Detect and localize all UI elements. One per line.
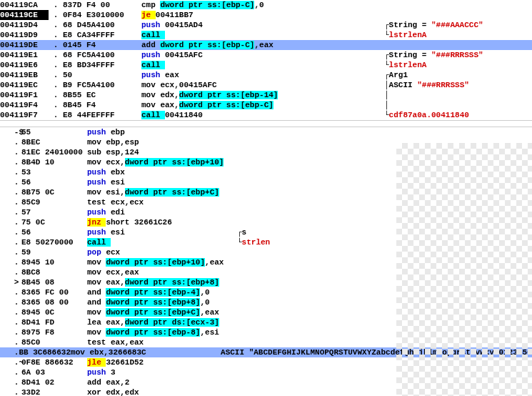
- marker: .: [0, 287, 21, 297]
- marker: .: [0, 377, 21, 387]
- hex-bytes: BB 3C686632: [19, 347, 71, 357]
- disasm-row[interactable]: 004119CE.0F84 E3010000je 00411BB7: [0, 10, 532, 20]
- marker: .: [0, 367, 21, 377]
- marker: .: [0, 347, 19, 357]
- disasm-row[interactable]: 004119E6.E8 BD34FFFFcall └lstrlenA: [0, 60, 532, 70]
- marker: .: [0, 147, 21, 157]
- marker: .~: [0, 357, 21, 367]
- marker: .: [49, 0, 63, 10]
- marker: .: [0, 227, 21, 237]
- disasm-row[interactable]: -$55push ebp: [0, 127, 532, 137]
- marker: .: [49, 110, 63, 120]
- disassembly: sub esp,124: [87, 147, 237, 157]
- marker: .: [0, 337, 21, 347]
- disasm-row[interactable]: 004119E1.68 FC5A4100push 00415AFC┌String…: [0, 50, 532, 60]
- disasm-row[interactable]: 004119F7.E8 44FEFFFFcall 00411840└cdf87a…: [0, 110, 532, 120]
- hex-bytes: B9 FC5A4100: [63, 80, 141, 90]
- disasm-row[interactable]: 004119EB.50push eax┌Arg1: [0, 70, 532, 80]
- hex-bytes: 59: [21, 247, 87, 257]
- hex-bytes: 0F8E 886632: [21, 357, 87, 367]
- disasm-row[interactable]: 004119F1.8B55 ECmov edx,dword ptr ss:[eb…: [0, 90, 532, 100]
- hex-bytes: 8B45 F4: [63, 100, 141, 110]
- disassembly: push edi: [87, 207, 237, 217]
- marker: .: [0, 237, 21, 247]
- disasm-row[interactable]: 004119F4.8B45 F4mov eax,dword ptr ss:[eb…: [0, 100, 532, 110]
- marker: .: [0, 257, 21, 267]
- hex-bytes: E8 44FEFFFF: [63, 110, 141, 120]
- hex-bytes: 0F84 E3010000: [63, 10, 141, 20]
- disassembly: pop ecx: [87, 247, 237, 257]
- hex-bytes: 8D41 02: [21, 377, 87, 387]
- hex-bytes: 56: [21, 177, 87, 187]
- disassembly: mov eax,dword ptr ss:[ebp-C]: [141, 100, 384, 110]
- marker: .: [0, 197, 21, 207]
- disassembly: call: [141, 30, 384, 40]
- address: 004119F7: [0, 110, 49, 120]
- disassembly: push 00415AFC: [141, 50, 384, 60]
- disasm-row[interactable]: 004119CA.837D F4 00cmp dword ptr ss:[ebp…: [0, 0, 532, 10]
- disasm-row[interactable]: 004119D4.68 D45A4100push 00415AD4┌String…: [0, 20, 532, 30]
- hex-bytes: 8D41 FD: [21, 317, 87, 327]
- marker: .: [0, 217, 21, 227]
- hex-bytes: E8 50270000: [21, 237, 87, 247]
- hex-bytes: 55: [21, 127, 87, 137]
- disassembly: mov ecx,00415AFC: [141, 80, 384, 90]
- marker: .: [49, 100, 63, 110]
- marker: >: [0, 277, 21, 287]
- marker: .: [0, 207, 21, 217]
- hex-bytes: 81EC 24010000: [21, 147, 87, 157]
- marker: .: [49, 60, 63, 70]
- disassembly: jnz short 32661C26: [87, 217, 237, 227]
- marker: .: [0, 137, 21, 147]
- marker: .: [49, 30, 63, 40]
- transparency-checker: [396, 143, 532, 396]
- marker: .: [0, 267, 21, 277]
- marker: .: [0, 327, 21, 337]
- disasm-row[interactable]: 004119DE.0145 F4add dword ptr ss:[ebp-C]…: [0, 40, 532, 50]
- marker: .: [49, 20, 63, 30]
- address: 004119D9: [0, 30, 49, 40]
- hex-bytes: 57: [21, 207, 87, 217]
- hex-bytes: 50: [63, 70, 141, 80]
- hex-bytes: 53: [21, 167, 87, 177]
- comment: [237, 127, 532, 137]
- hex-bytes: 68 D45A4100: [63, 20, 141, 30]
- address: 004119F4: [0, 100, 49, 110]
- address: 004119DE: [0, 40, 49, 50]
- disasm-row[interactable]: 004119EC.B9 FC5A4100mov ecx,00415AFC│ASC…: [0, 80, 532, 90]
- disasm-top-pane: 004119CA.837D F4 00cmp dword ptr ss:[ebp…: [0, 0, 532, 120]
- marker: .: [0, 307, 21, 317]
- comment: ┌Arg1: [384, 70, 408, 80]
- address: 004119D4: [0, 20, 49, 30]
- disassembly: add eax,2: [87, 377, 237, 387]
- hex-bytes: 68 FC5A4100: [63, 50, 141, 60]
- hex-bytes: 837D F4 00: [63, 0, 141, 10]
- marker: .: [0, 177, 21, 187]
- disassembly: mov ebp,esp: [87, 137, 237, 147]
- marker: .: [49, 90, 63, 100]
- address: 004119E1: [0, 50, 49, 60]
- comment: ┌String = "###AAACCC": [384, 20, 483, 30]
- disasm-row[interactable]: 004119D9.E8 CA34FFFFcall └lstrlenA: [0, 30, 532, 40]
- disassembly: test ecx,ecx: [87, 197, 237, 207]
- hex-bytes: 8B4D 10: [21, 157, 87, 167]
- disassembly: mov ecx,eax: [87, 267, 237, 277]
- hex-bytes: 6A 03: [21, 367, 87, 377]
- hex-bytes: 8945 10: [21, 257, 87, 267]
- disassembly: mov dword ptr ss:[ebp-8],esi: [87, 327, 237, 337]
- hex-bytes: E8 BD34FFFF: [63, 60, 141, 70]
- disassembly: je 00411BB7: [141, 10, 384, 20]
- hex-bytes: 85C9: [21, 197, 87, 207]
- disassembly: jle 32661D52: [87, 357, 237, 367]
- disassembly: push esi: [87, 227, 237, 237]
- disassembly: mov ebx,3266683C: [71, 347, 221, 357]
- address: 004119EB: [0, 70, 49, 80]
- comment: ┌String = "###RRRSSS": [384, 50, 483, 60]
- disassembly: mov edx,dword ptr ss:[ebp-14]: [141, 90, 384, 100]
- disassembly: mov ecx,dword ptr ss:[ebp+10]: [87, 157, 237, 167]
- comment: │ASCII "###RRRSSS": [384, 80, 469, 90]
- marker: .: [49, 80, 63, 90]
- address: 004119CE: [0, 10, 49, 20]
- hex-bytes: 85C0: [21, 337, 87, 347]
- marker: .: [49, 40, 63, 50]
